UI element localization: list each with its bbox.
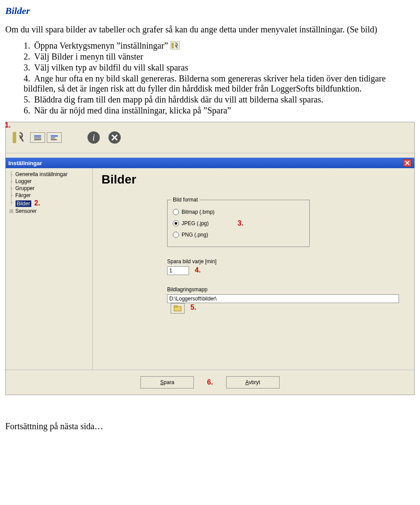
instruction-list: 1.Öppna Verktygsmenyn ”inställningar” 2.…	[5, 41, 415, 116]
app-screenshot: 1. i Inställningar G	[5, 122, 415, 395]
radio-icon	[173, 232, 179, 238]
continuation-note: Fortsättning på nästa sida…	[5, 421, 415, 431]
cancel-button[interactable]: Avbryt	[226, 376, 280, 388]
folder-label: Bildlagringsmapp	[167, 286, 406, 293]
toolbar-button-a[interactable]	[30, 132, 45, 143]
step-4: 4.Ange hur ofta en ny bild skall generer…	[24, 74, 415, 94]
intro-paragraph: Om du vill spara bilder av tabeller och …	[5, 25, 415, 35]
radio-png[interactable]: PNG (.png)	[173, 232, 304, 238]
save-button[interactable]: Spara	[140, 376, 194, 388]
step-2: 2.Välj Bilder i menyn till vänster	[24, 52, 415, 62]
settings-window: Inställningar Generella inställningar Lo…	[6, 158, 414, 395]
image-format-group: Bild format Bitmap (.bmp) JPEG (.jpg) 3.…	[167, 200, 310, 247]
window-title: Inställningar	[8, 160, 42, 166]
settings-tool-icon	[170, 41, 180, 50]
svg-rect-8	[51, 139, 57, 140]
svg-rect-13	[174, 306, 177, 307]
section-heading: Bilder	[5, 5, 415, 17]
step-6: 6.När du är nöjd med dina inställningar,…	[24, 106, 415, 116]
svg-rect-1	[172, 42, 174, 49]
callout-2: 2.	[34, 199, 40, 207]
svg-rect-3	[34, 135, 41, 137]
interval-input[interactable]	[167, 266, 189, 275]
interval-label: Spara bild varje [min]	[167, 258, 406, 265]
folder-input[interactable]	[167, 294, 399, 303]
radio-jpeg[interactable]: JPEG (.jpg) 3.	[173, 219, 304, 227]
tree-item-logger[interactable]: Logger	[7, 178, 91, 185]
settings-tree: Generella inställningar Logger Grupper F…	[6, 168, 93, 370]
radio-icon	[173, 209, 179, 215]
step-5: 5.Bläddra dig fram till den mapp på din …	[24, 95, 415, 105]
window-button-bar: Spara 6. Avbryt	[6, 370, 414, 395]
callout-3: 3.	[238, 219, 243, 227]
callout-1: 1.	[5, 121, 10, 129]
window-titlebar: Inställningar	[6, 158, 414, 168]
tree-item-images[interactable]: Bilder 2.	[7, 199, 91, 208]
interval-field: Spara bild varje [min] 4.	[167, 258, 406, 275]
svg-text:i: i	[92, 133, 95, 142]
app-toolbar: 1. i	[6, 122, 414, 153]
step-1: 1.Öppna Verktygsmenyn ”inställningar”	[24, 41, 415, 51]
callout-6: 6.	[207, 378, 213, 386]
tree-item-colors[interactable]: Färger	[7, 192, 91, 199]
tree-item-sensors[interactable]: Sensorer	[7, 208, 91, 215]
toolbar-settings-button[interactable]	[9, 128, 28, 147]
radio-icon	[173, 220, 179, 226]
svg-rect-7	[51, 138, 55, 138]
settings-panel: Bilder Bild format Bitmap (.bmp) JPEG (.…	[93, 168, 414, 370]
group-legend: Bild format	[171, 197, 200, 203]
toolbar-button-b[interactable]	[47, 132, 62, 143]
svg-rect-6	[51, 135, 58, 137]
callout-5: 5.	[190, 304, 196, 311]
tree-item-general[interactable]: Generella inställningar	[7, 171, 91, 178]
callout-4: 4.	[195, 266, 200, 274]
panel-title: Bilder	[102, 173, 406, 187]
browse-folder-button[interactable]	[171, 303, 185, 314]
folder-field: Bildlagringsmapp 5.	[167, 286, 406, 314]
toolbar-info-button[interactable]: i	[84, 128, 103, 147]
tree-item-groups[interactable]: Grupper	[7, 185, 91, 192]
radio-bitmap[interactable]: Bitmap (.bmp)	[173, 209, 304, 215]
svg-rect-4	[34, 138, 41, 138]
window-close-button[interactable]	[403, 159, 412, 167]
toolbar-close-button[interactable]	[105, 128, 124, 147]
step-3: 3.Välj vilken typ av bildfil du vill ska…	[24, 63, 415, 73]
svg-rect-5	[34, 139, 41, 140]
svg-rect-2	[13, 132, 16, 143]
